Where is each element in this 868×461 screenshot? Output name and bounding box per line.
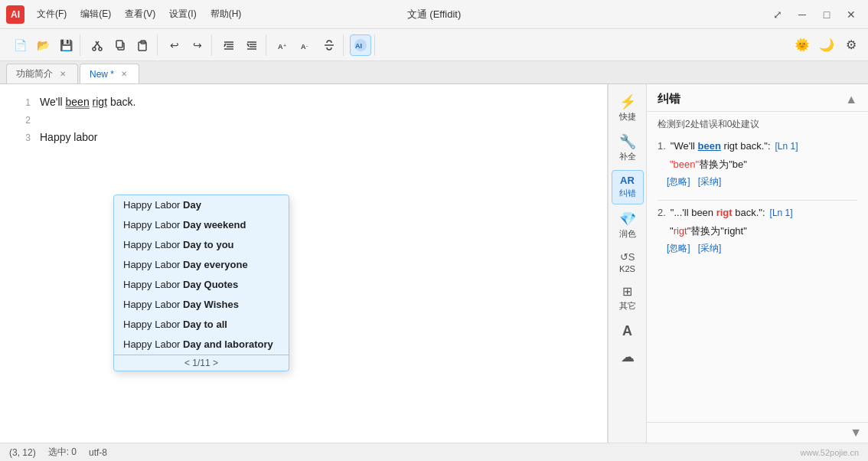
status-encoding: utf-8 — [89, 447, 107, 458]
autocomplete-item-6[interactable]: Happy Labor Day Wishes — [114, 295, 289, 315]
toolbar-font-increase-btn[interactable]: A+ — [272, 34, 294, 56]
detection-summary: 检测到2处错误和0处建议 — [658, 118, 857, 131]
toolbar-redo-btn[interactable]: ↪ — [187, 34, 208, 56]
toolbar-group-font: A+ A- — [269, 34, 344, 56]
minimize-button[interactable]: ─ — [791, 4, 813, 25]
theme-dark-btn[interactable]: 🌙 — [816, 34, 837, 56]
editor-line-3: 3 Happy labor — [15, 129, 592, 146]
editor-line-2: 2 — [15, 111, 592, 129]
sidebar-icons: ⚡ 快捷 🔧 补全 AR 纠错 💎 润色 ↺S K2S ⊞ 其它 A ☁ — [608, 84, 646, 443]
toolbar-ai-btn[interactable]: AI — [350, 34, 371, 56]
close-button[interactable]: ✕ — [840, 4, 862, 25]
svg-text:AI: AI — [355, 42, 362, 50]
main-area: 1 We'll been rigt back. 2 3 Happy labor … — [0, 84, 868, 443]
editor-line-1: 1 We'll been rigt back. — [15, 93, 592, 111]
panel-scroll-up[interactable]: ▲ — [845, 93, 857, 106]
window-title: 文通 (Effidit) — [407, 8, 462, 21]
watermark: www.52pojie.cn — [801, 448, 859, 457]
correction-suggestion-1: "been"替换为"be" — [670, 158, 857, 172]
editor-area[interactable]: 1 We'll been rigt back. 2 3 Happy labor … — [0, 84, 608, 443]
tab-intro-close[interactable]: ✕ — [57, 69, 68, 80]
sidebar-btn-complete[interactable]: 🔧 补全 — [612, 130, 644, 167]
svg-text:A: A — [278, 43, 283, 51]
autocomplete-item-7[interactable]: Happy Labor Day to all — [114, 315, 289, 335]
sidebar-btn-other[interactable]: ⊞ 其它 — [612, 281, 644, 316]
sidebar-btn-quick[interactable]: ⚡ 快捷 — [612, 90, 644, 127]
svg-point-1 — [99, 47, 102, 51]
word-rigt: rigt — [93, 96, 107, 108]
svg-text:A: A — [301, 43, 306, 51]
sidebar-btn-correct[interactable]: AR 纠错 — [612, 170, 644, 204]
correction-accept-1[interactable]: [采纳] — [695, 175, 725, 189]
toolbar-cut-btn[interactable] — [86, 34, 108, 56]
toolbar-outdent-btn[interactable] — [241, 34, 263, 56]
correction-context-1: "We'll been rigt back.": — [671, 139, 771, 155]
toolbar: 📄 📂 💾 ↩ ↪ A+ A- — [0, 29, 868, 61]
panel-title: 纠错 — [658, 92, 680, 106]
tab-new-close[interactable]: ✕ — [119, 69, 129, 80]
theme-light-btn[interactable]: 🌞 — [791, 34, 813, 56]
autocomplete-item-2[interactable]: Happy Labor Day weekend — [114, 215, 289, 235]
svg-text:+: + — [283, 43, 286, 48]
toolbar-group-align — [215, 34, 266, 56]
svg-point-0 — [93, 47, 96, 51]
tab-intro[interactable]: 功能简介 ✕ — [6, 64, 78, 83]
status-selection: 选中: 0 — [48, 446, 77, 459]
tabs-bar: 功能简介 ✕ New * ✕ — [0, 61, 868, 84]
autocomplete-item-3[interactable]: Happy Labor Day to you — [114, 235, 289, 255]
toolbar-settings-btn[interactable]: ⚙ — [840, 34, 862, 56]
toolbar-new-btn[interactable]: 📄 — [9, 34, 31, 56]
autocomplete-item-1[interactable]: Happy Labor Day — [114, 195, 289, 215]
status-bar: (3, 12) 选中: 0 utf-8 www.52pojie.cn — [0, 443, 868, 461]
menu-bar: 文件(F) 编辑(E) 查看(V) 设置(I) 帮助(H) — [31, 6, 767, 22]
toolbar-group-undoredo: ↩ ↪ — [161, 34, 212, 56]
tab-new[interactable]: New * ✕ — [80, 64, 139, 83]
toolbar-group-ai: AI — [347, 34, 375, 56]
menu-view[interactable]: 查看(V) — [119, 6, 162, 22]
toolbar-font-decrease-btn[interactable]: A- — [295, 34, 317, 56]
autocomplete-dropdown: Happy Labor Day Happy Labor Day weekend … — [113, 195, 289, 371]
menu-edit[interactable]: 编辑(E) — [74, 6, 117, 22]
restore-button[interactable]: □ — [816, 4, 837, 25]
toolbar-paste-btn[interactable] — [132, 34, 154, 56]
word-been: been — [66, 96, 90, 108]
title-bar: AI 文件(F) 编辑(E) 查看(V) 设置(I) 帮助(H) 文通 (Eff… — [0, 0, 868, 29]
autocomplete-nav[interactable]: < 1/11 > — [114, 355, 289, 371]
correction-lineref-2[interactable]: [Ln 1] — [770, 208, 793, 218]
toolbar-save-btn[interactable]: 💾 — [55, 34, 77, 56]
svg-text:-: - — [306, 43, 308, 48]
autocomplete-item-4[interactable]: Happy Labor Day everyone — [114, 255, 289, 275]
correction-ignore-2[interactable]: [忽略] — [664, 241, 693, 256]
sidebar-btn-polish[interactable]: 💎 润色 — [612, 208, 644, 244]
menu-help[interactable]: 帮助(H) — [204, 6, 248, 22]
right-panel-header: 纠错 ▲ — [647, 84, 868, 112]
toolbar-indent-btn[interactable] — [218, 34, 240, 56]
menu-file[interactable]: 文件(F) — [31, 6, 73, 22]
correction-num-2: 2. — [658, 207, 666, 218]
toolbar-open-btn[interactable]: 📂 — [32, 34, 54, 56]
autocomplete-item-5[interactable]: Happy Labor Day Quotes — [114, 275, 289, 295]
correction-num-1: 1. — [658, 140, 666, 152]
sidebar-btn-font[interactable]: A — [612, 319, 644, 342]
sidebar-btn-cloud[interactable]: ☁ — [612, 345, 644, 368]
window-controls: ⤢ ─ □ ✕ — [767, 4, 862, 25]
correction-context-2: "...'ll been rigt back.": — [671, 205, 765, 221]
toolbar-group-file: 📄 📂 💾 — [6, 34, 80, 56]
correction-lineref-1[interactable]: [Ln 1] — [775, 141, 798, 152]
right-panel-body: 检测到2处错误和0处建议 1. "We'll been rigt back.":… — [647, 112, 868, 422]
autocomplete-item-8[interactable]: Happy Labor Day and laboratory — [114, 335, 289, 355]
correction-accept-2[interactable]: [采纳] — [695, 241, 725, 256]
sidebar-btn-k2s[interactable]: ↺S K2S — [612, 247, 644, 278]
menu-settings[interactable]: 设置(I) — [163, 6, 202, 22]
panel-scroll-down[interactable]: ▼ — [850, 426, 862, 440]
correction-ignore-1[interactable]: [忽略] — [664, 175, 693, 189]
toolbar-strikethrough-btn[interactable] — [318, 34, 340, 56]
app-logo: AI — [6, 5, 24, 24]
svg-rect-5 — [116, 41, 122, 47]
correction-item-2: 2. "...'ll been rigt back.": [Ln 1] "rig… — [658, 205, 857, 256]
toolbar-copy-btn[interactable] — [109, 34, 131, 56]
toolbar-group-edit — [83, 34, 158, 56]
correction-divider-1 — [658, 200, 857, 201]
toolbar-undo-btn[interactable]: ↩ — [164, 34, 185, 56]
maximize-button[interactable]: ⤢ — [767, 4, 788, 25]
